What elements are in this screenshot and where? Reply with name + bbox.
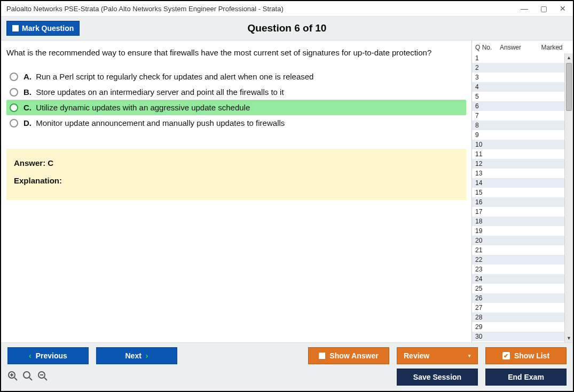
row-qno: 12 xyxy=(475,159,500,168)
row-qno: 10 xyxy=(475,140,500,149)
review-button[interactable]: Review ▾ xyxy=(397,347,478,364)
chevron-left-icon: ‹ xyxy=(29,351,32,360)
chevron-right-icon: › xyxy=(146,351,148,360)
maximize-icon[interactable]: ▢ xyxy=(539,4,548,13)
minimize-icon[interactable]: — xyxy=(520,4,529,13)
radio-icon xyxy=(10,88,18,97)
choice-c[interactable]: C. Utilize dynamic updates with an aggre… xyxy=(6,100,466,115)
row-qno: 5 xyxy=(475,92,500,101)
question-row[interactable]: 22 xyxy=(472,255,573,265)
zoom-in-icon[interactable] xyxy=(7,371,18,384)
close-icon[interactable]: ✕ xyxy=(558,4,568,13)
next-label: Next xyxy=(125,351,141,360)
question-row[interactable]: 2 xyxy=(472,63,573,73)
question-row[interactable]: 24 xyxy=(472,274,573,284)
radio-icon xyxy=(10,103,18,112)
show-list-button[interactable]: ✔ Show List xyxy=(485,347,567,364)
col-answer: Answer xyxy=(500,44,534,51)
question-row[interactable]: 16 xyxy=(472,197,573,207)
window-controls: — ▢ ✕ xyxy=(520,4,568,13)
row-qno: 13 xyxy=(475,169,500,178)
question-row[interactable]: 3 xyxy=(472,73,573,82)
row-qno: 25 xyxy=(475,284,500,293)
mark-question-button[interactable]: Mark Question xyxy=(6,21,80,36)
question-row[interactable]: 6 xyxy=(472,101,573,111)
row-qno: 30 xyxy=(475,332,500,341)
question-row[interactable]: 21 xyxy=(472,245,573,255)
question-row[interactable]: 18 xyxy=(472,217,573,226)
show-list-label: Show List xyxy=(514,351,549,360)
app-window: Paloalto Networks PSE-Strata (Palo Alto … xyxy=(0,0,574,392)
bottom-row-1: ‹ Previous Next › Show Answer Review ▾ xyxy=(7,347,567,364)
question-row[interactable]: 13 xyxy=(472,169,573,178)
question-row[interactable]: 1 xyxy=(472,53,573,63)
question-text: What is the recommended way to ensure th… xyxy=(6,48,466,57)
row-qno: 15 xyxy=(475,188,500,197)
question-row[interactable]: 11 xyxy=(472,149,573,159)
row-qno: 3 xyxy=(475,73,500,82)
zoom-out-icon[interactable] xyxy=(37,371,48,384)
question-row[interactable]: 4 xyxy=(472,82,573,92)
question-rows: 1234567891011121314151617181920212223242… xyxy=(472,53,573,341)
row-qno: 2 xyxy=(475,63,500,72)
previous-label: Previous xyxy=(36,351,67,360)
scroll-thumb[interactable] xyxy=(566,63,572,111)
choice-text: D. Monitor update announcement and manua… xyxy=(23,118,285,127)
question-row[interactable]: 8 xyxy=(472,121,573,130)
question-row[interactable]: 14 xyxy=(472,178,573,188)
question-row[interactable]: 15 xyxy=(472,188,573,197)
zoom-controls xyxy=(7,371,48,384)
choice-d[interactable]: D. Monitor update announcement and manua… xyxy=(6,115,466,131)
save-session-button[interactable]: Save Session xyxy=(397,369,478,386)
end-exam-label: End Exam xyxy=(508,373,544,381)
topbar: Mark Question Question 6 of 10 xyxy=(1,17,573,41)
question-row[interactable]: 29 xyxy=(472,322,573,332)
previous-button[interactable]: ‹ Previous xyxy=(7,347,89,364)
row-qno: 11 xyxy=(475,150,500,158)
question-row[interactable]: 5 xyxy=(472,92,573,101)
main-area: What is the recommended way to ensure th… xyxy=(1,41,573,342)
next-button[interactable]: Next › xyxy=(96,347,177,364)
scrollbar[interactable]: ▲ ▼ xyxy=(564,53,573,342)
check-icon: ✔ xyxy=(502,352,510,359)
row-qno: 14 xyxy=(475,179,500,187)
sidebar-header: Q No. Answer Marked xyxy=(472,41,573,53)
question-row[interactable]: 30 xyxy=(472,332,573,341)
row-qno: 7 xyxy=(475,111,500,120)
choice-text: C. Utilize dynamic updates with an aggre… xyxy=(23,103,250,112)
answer-box: Answer: C Explanation: xyxy=(6,149,466,200)
bottom-bar: ‹ Previous Next › Show Answer Review ▾ xyxy=(1,342,573,391)
question-row[interactable]: 27 xyxy=(472,303,573,313)
show-answer-button[interactable]: Show Answer xyxy=(308,347,389,364)
question-row[interactable]: 10 xyxy=(472,140,573,149)
question-row[interactable]: 17 xyxy=(472,207,573,217)
question-row[interactable]: 28 xyxy=(472,313,573,322)
scroll-down-icon[interactable]: ▼ xyxy=(565,334,573,342)
question-row[interactable]: 9 xyxy=(472,130,573,140)
row-qno: 17 xyxy=(475,207,500,216)
question-row[interactable]: 26 xyxy=(472,293,573,303)
zoom-icon[interactable] xyxy=(22,371,33,384)
scroll-up-icon[interactable]: ▲ xyxy=(565,53,573,62)
checkbox-icon xyxy=(12,25,19,31)
question-row[interactable]: 20 xyxy=(472,236,573,245)
question-row[interactable]: 25 xyxy=(472,284,573,293)
radio-icon xyxy=(10,119,18,127)
row-qno: 9 xyxy=(475,131,500,139)
row-qno: 6 xyxy=(475,102,500,110)
question-row[interactable]: 12 xyxy=(472,159,573,169)
choice-b[interactable]: B. Store updates on an intermediary serv… xyxy=(6,84,466,100)
svg-line-5 xyxy=(29,378,32,380)
choice-text: A. Run a Perl script to regularly check … xyxy=(23,72,313,81)
question-row[interactable]: 7 xyxy=(472,111,573,121)
choice-a[interactable]: A. Run a Perl script to regularly check … xyxy=(6,69,466,84)
row-qno: 24 xyxy=(475,275,500,283)
end-exam-button[interactable]: End Exam xyxy=(485,369,567,386)
row-qno: 20 xyxy=(475,236,500,245)
row-qno: 26 xyxy=(475,294,500,302)
row-qno: 8 xyxy=(475,121,500,130)
question-row[interactable]: 23 xyxy=(472,265,573,274)
show-answer-label: Show Answer xyxy=(329,351,378,360)
question-header: Question 6 of 10 xyxy=(1,22,573,34)
question-row[interactable]: 19 xyxy=(472,226,573,236)
